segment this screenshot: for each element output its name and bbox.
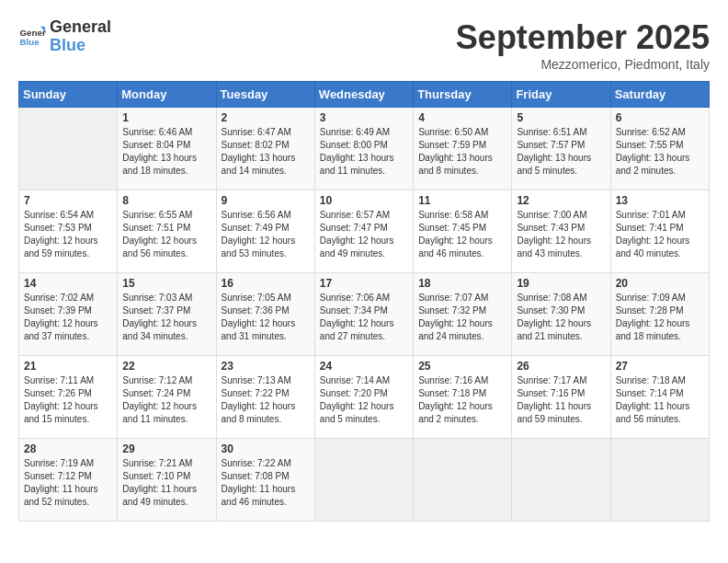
day-number: 6 xyxy=(616,111,704,124)
calendar-cell: 30 Sunrise: 7:22 AM Sunset: 7:08 PM Dayl… xyxy=(216,439,314,522)
day-info: Sunrise: 7:02 AM Sunset: 7:39 PM Dayligh… xyxy=(24,292,112,343)
daylight: Daylight: 11 hours and 52 minutes. xyxy=(24,483,112,509)
sunrise: Sunrise: 7:01 AM xyxy=(616,209,704,222)
svg-text:Blue: Blue xyxy=(20,37,40,47)
day-info: Sunrise: 7:18 AM Sunset: 7:14 PM Dayligh… xyxy=(616,374,704,426)
sunrise: Sunrise: 7:22 AM xyxy=(222,457,310,470)
calendar-cell: 13 Sunrise: 7:01 AM Sunset: 7:41 PM Dayl… xyxy=(610,190,709,273)
calendar-week-row: 28 Sunrise: 7:19 AM Sunset: 7:12 PM Dayl… xyxy=(19,439,710,522)
calendar-cell: 27 Sunrise: 7:18 AM Sunset: 7:14 PM Dayl… xyxy=(610,356,709,439)
sunset: Sunset: 7:12 PM xyxy=(24,470,112,483)
day-info: Sunrise: 6:54 AM Sunset: 7:53 PM Dayligh… xyxy=(24,209,112,260)
day-number: 9 xyxy=(222,194,310,207)
sunset: Sunset: 8:04 PM xyxy=(122,139,210,152)
calendar-cell: 26 Sunrise: 7:17 AM Sunset: 7:16 PM Dayl… xyxy=(512,356,610,439)
sunset: Sunset: 7:49 PM xyxy=(222,222,310,235)
sunrise: Sunrise: 6:56 AM xyxy=(222,209,310,222)
day-number: 8 xyxy=(122,194,210,207)
calendar-cell: 6 Sunrise: 6:52 AM Sunset: 7:55 PM Dayli… xyxy=(610,108,709,190)
sunset: Sunset: 7:20 PM xyxy=(320,387,408,400)
day-info: Sunrise: 7:16 AM Sunset: 7:18 PM Dayligh… xyxy=(418,374,506,426)
daylight: Daylight: 12 hours and 21 minutes. xyxy=(517,317,605,343)
weekday-header: Tuesday xyxy=(216,82,314,108)
weekday-header: Friday xyxy=(512,82,610,108)
day-number: 17 xyxy=(320,277,408,290)
day-number: 13 xyxy=(616,194,704,207)
day-number: 28 xyxy=(24,442,112,455)
day-info: Sunrise: 7:09 AM Sunset: 7:28 PM Dayligh… xyxy=(616,292,704,343)
sunset: Sunset: 7:10 PM xyxy=(122,470,210,483)
calendar-cell: 7 Sunrise: 6:54 AM Sunset: 7:53 PM Dayli… xyxy=(19,190,118,273)
daylight: Daylight: 12 hours and 59 minutes. xyxy=(24,235,112,260)
calendar-cell xyxy=(314,439,413,522)
logo: General Blue General Blue xyxy=(18,18,111,55)
calendar-cell: 18 Sunrise: 7:07 AM Sunset: 7:32 PM Dayl… xyxy=(414,273,512,356)
calendar-cell: 8 Sunrise: 6:55 AM Sunset: 7:51 PM Dayli… xyxy=(118,190,216,273)
day-number: 26 xyxy=(517,360,605,373)
calendar-cell: 23 Sunrise: 7:13 AM Sunset: 7:22 PM Dayl… xyxy=(216,356,314,439)
daylight: Daylight: 11 hours and 59 minutes. xyxy=(517,400,605,426)
sunrise: Sunrise: 6:58 AM xyxy=(418,209,506,222)
weekday-header: Thursday xyxy=(414,82,512,108)
calendar-cell: 19 Sunrise: 7:08 AM Sunset: 7:30 PM Dayl… xyxy=(512,273,610,356)
daylight: Daylight: 11 hours and 49 minutes. xyxy=(122,483,210,509)
day-info: Sunrise: 7:19 AM Sunset: 7:12 PM Dayligh… xyxy=(24,457,112,509)
day-number: 10 xyxy=(320,194,408,207)
sunset: Sunset: 7:37 PM xyxy=(122,304,210,317)
daylight: Daylight: 12 hours and 15 minutes. xyxy=(24,400,112,426)
day-number: 7 xyxy=(24,194,112,207)
day-info: Sunrise: 7:06 AM Sunset: 7:34 PM Dayligh… xyxy=(320,292,408,343)
weekday-header: Monday xyxy=(118,82,216,108)
day-info: Sunrise: 6:50 AM Sunset: 7:59 PM Dayligh… xyxy=(418,126,506,178)
title-block: September 2025 Mezzomerico, Piedmont, It… xyxy=(456,18,710,72)
day-number: 14 xyxy=(24,277,112,290)
day-info: Sunrise: 6:56 AM Sunset: 7:49 PM Dayligh… xyxy=(222,209,310,260)
daylight: Daylight: 13 hours and 2 minutes. xyxy=(616,152,704,178)
sunset: Sunset: 7:26 PM xyxy=(24,387,112,400)
calendar-cell xyxy=(512,439,610,522)
day-info: Sunrise: 7:05 AM Sunset: 7:36 PM Dayligh… xyxy=(222,292,310,343)
day-info: Sunrise: 6:58 AM Sunset: 7:45 PM Dayligh… xyxy=(418,209,506,260)
calendar-cell: 2 Sunrise: 6:47 AM Sunset: 8:02 PM Dayli… xyxy=(216,108,314,190)
daylight: Daylight: 12 hours and 24 minutes. xyxy=(418,317,506,343)
calendar-cell xyxy=(610,439,709,522)
calendar-cell: 24 Sunrise: 7:14 AM Sunset: 7:20 PM Dayl… xyxy=(314,356,413,439)
daylight: Daylight: 12 hours and 49 minutes. xyxy=(320,235,408,260)
calendar-cell: 3 Sunrise: 6:49 AM Sunset: 8:00 PM Dayli… xyxy=(314,108,413,190)
sunrise: Sunrise: 6:46 AM xyxy=(122,126,210,139)
calendar-week-row: 7 Sunrise: 6:54 AM Sunset: 7:53 PM Dayli… xyxy=(19,190,710,273)
sunset: Sunset: 7:41 PM xyxy=(616,222,704,235)
daylight: Daylight: 12 hours and 34 minutes. xyxy=(122,317,210,343)
day-number: 5 xyxy=(517,111,605,124)
day-number: 15 xyxy=(122,277,210,290)
day-info: Sunrise: 7:22 AM Sunset: 7:08 PM Dayligh… xyxy=(222,457,310,509)
sunrise: Sunrise: 7:12 AM xyxy=(122,374,210,387)
sunset: Sunset: 7:28 PM xyxy=(616,304,704,317)
sunset: Sunset: 8:00 PM xyxy=(320,139,408,152)
day-info: Sunrise: 7:13 AM Sunset: 7:22 PM Dayligh… xyxy=(222,374,310,426)
daylight: Daylight: 11 hours and 46 minutes. xyxy=(222,483,310,509)
day-number: 22 xyxy=(122,360,210,373)
sunrise: Sunrise: 7:06 AM xyxy=(320,292,408,304)
daylight: Daylight: 12 hours and 53 minutes. xyxy=(222,235,310,260)
day-info: Sunrise: 6:55 AM Sunset: 7:51 PM Dayligh… xyxy=(122,209,210,260)
calendar-cell: 1 Sunrise: 6:46 AM Sunset: 8:04 PM Dayli… xyxy=(118,108,216,190)
sunrise: Sunrise: 6:54 AM xyxy=(24,209,112,222)
day-number: 23 xyxy=(222,360,310,373)
sunrise: Sunrise: 7:00 AM xyxy=(517,209,605,222)
sunset: Sunset: 7:39 PM xyxy=(24,304,112,317)
sunset: Sunset: 7:53 PM xyxy=(24,222,112,235)
sunset: Sunset: 7:08 PM xyxy=(222,470,310,483)
calendar-table: SundayMondayTuesdayWednesdayThursdayFrid… xyxy=(18,81,710,522)
sunrise: Sunrise: 7:21 AM xyxy=(122,457,210,470)
sunset: Sunset: 7:24 PM xyxy=(122,387,210,400)
daylight: Daylight: 12 hours and 56 minutes. xyxy=(122,235,210,260)
calendar-cell: 11 Sunrise: 6:58 AM Sunset: 7:45 PM Dayl… xyxy=(414,190,512,273)
sunrise: Sunrise: 7:02 AM xyxy=(24,292,112,304)
sunset: Sunset: 7:43 PM xyxy=(517,222,605,235)
sunset: Sunset: 7:51 PM xyxy=(122,222,210,235)
sunrise: Sunrise: 6:52 AM xyxy=(616,126,704,139)
logo-icon: General Blue xyxy=(18,23,46,51)
daylight: Daylight: 12 hours and 27 minutes. xyxy=(320,317,408,343)
calendar-header-row: SundayMondayTuesdayWednesdayThursdayFrid… xyxy=(19,82,710,108)
